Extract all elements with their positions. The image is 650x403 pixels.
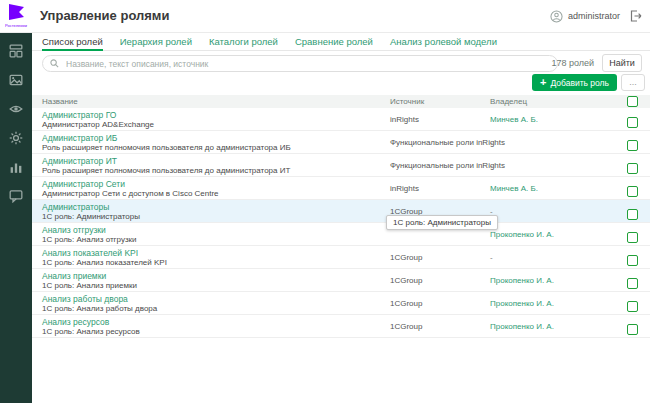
role-management-app: Ростелеком Управление ролями administrat… bbox=[0, 0, 650, 403]
table-body: Администратор ГО Администратор AD&Exchan… bbox=[32, 108, 650, 338]
role-source: 1СGroup bbox=[390, 253, 422, 262]
image-icon[interactable] bbox=[9, 73, 23, 87]
table-row: Администратор ГО Администратор AD&Exchan… bbox=[32, 108, 650, 131]
role-name-link[interactable]: Администратор ИБ bbox=[42, 133, 117, 143]
tab-role-comparison[interactable]: Сравнение ролей bbox=[295, 32, 373, 50]
svg-text:Ростелеком: Ростелеком bbox=[5, 23, 27, 28]
user-icon bbox=[550, 10, 563, 23]
more-actions-button[interactable]: ... bbox=[621, 74, 645, 91]
role-description: Администратор Сети с доступом в Cisco Ce… bbox=[42, 189, 219, 198]
role-owner-link: - bbox=[490, 253, 493, 262]
role-owner-link[interactable]: Минчев А. Б. bbox=[490, 184, 538, 193]
add-role-button[interactable]: + Добавить роль bbox=[532, 74, 617, 91]
rostelecom-flag-icon: Ростелеком bbox=[3, 2, 29, 30]
column-header-source: Источник bbox=[390, 95, 424, 108]
role-source: Функциональные роли inRights bbox=[390, 161, 505, 170]
roles-count: 178 ролей bbox=[551, 55, 594, 72]
row-checkbox[interactable] bbox=[627, 232, 638, 243]
role-description: 1С роль: Анализ ресурсов bbox=[42, 327, 140, 336]
select-all-checkbox[interactable] bbox=[627, 96, 638, 107]
table-row: Администратор ИТ Роль расширяет полномоч… bbox=[32, 154, 650, 177]
description-tooltip: 1С роль: Администраторы bbox=[386, 215, 498, 230]
row-checkbox[interactable] bbox=[627, 186, 638, 197]
logout-button[interactable] bbox=[629, 9, 643, 26]
page-title: Управление ролями bbox=[40, 0, 169, 32]
user-menu[interactable]: administrator bbox=[550, 0, 620, 32]
search-input[interactable] bbox=[64, 58, 550, 70]
role-owner-link[interactable]: Прокопенко И. А. bbox=[490, 322, 554, 331]
plus-icon: + bbox=[540, 77, 546, 88]
table-row: Администраторы 1С роль: Администраторы 1… bbox=[32, 200, 650, 223]
role-description: Роль расширяет полномочия пользователя д… bbox=[42, 143, 291, 152]
table-row: Анализ работы двора 1С роль: Анализ рабо… bbox=[32, 292, 650, 315]
role-source: 1СGroup bbox=[390, 322, 422, 331]
tab-bar: Список ролей Иерархия ролей Каталоги рол… bbox=[32, 32, 650, 51]
role-name-link[interactable]: Администратор Сети bbox=[42, 179, 125, 189]
column-header-owner: Владелец bbox=[490, 95, 527, 108]
gear-icon[interactable] bbox=[9, 131, 23, 145]
role-description: Администратор AD&Exchange bbox=[42, 120, 154, 129]
find-button[interactable]: Найти bbox=[602, 54, 642, 72]
chart-icon[interactable] bbox=[9, 160, 23, 174]
role-description: 1С роль: Анализ приемки bbox=[42, 281, 137, 290]
role-owner-link: - bbox=[490, 138, 493, 147]
search-box bbox=[42, 55, 558, 72]
row-checkbox[interactable] bbox=[627, 255, 638, 266]
table-row: Анализ отгрузки 1С роль: Анализ отгрузки… bbox=[32, 223, 650, 246]
dashboard-icon[interactable] bbox=[9, 44, 23, 58]
row-checkbox[interactable] bbox=[627, 278, 638, 289]
user-name: administrator bbox=[568, 11, 620, 21]
row-checkbox[interactable] bbox=[627, 209, 638, 220]
table-row: Анализ ресурсов 1С роль: Анализ ресурсов… bbox=[32, 315, 650, 338]
row-checkbox[interactable] bbox=[627, 301, 638, 312]
row-checkbox[interactable] bbox=[627, 140, 638, 151]
table-row: Анализ показателей KPI 1С роль: Анализ п… bbox=[32, 246, 650, 269]
tab-role-catalogs[interactable]: Каталоги ролей bbox=[209, 32, 278, 50]
tab-role-model-analysis[interactable]: Анализ ролевой модели bbox=[390, 32, 497, 50]
table-row: Анализ приемки 1С роль: Анализ приемки 1… bbox=[32, 269, 650, 292]
role-owner-link[interactable]: Прокопенко И. А. bbox=[490, 276, 554, 285]
role-description: 1С роль: Администраторы bbox=[42, 212, 140, 221]
row-checkbox[interactable] bbox=[627, 324, 638, 335]
column-header-name: Название bbox=[42, 95, 78, 108]
rostelecom-logo: Ростелеком bbox=[0, 0, 32, 32]
role-description: Роль расширяет полномочия пользователя д… bbox=[42, 166, 290, 175]
role-description: 1С роль: Анализ отгрузки bbox=[42, 235, 137, 244]
role-description: 1С роль: Анализ работы двора bbox=[42, 304, 157, 313]
row-checkbox[interactable] bbox=[627, 117, 638, 128]
logout-icon bbox=[629, 9, 643, 23]
role-name-link[interactable]: Анализ отгрузки bbox=[42, 225, 106, 235]
role-owner-link[interactable]: Прокопенко И. А. bbox=[490, 299, 554, 308]
role-name-link[interactable]: Администратор ГО bbox=[42, 110, 116, 120]
role-source: 1СGroup bbox=[390, 276, 422, 285]
role-name-link[interactable]: Анализ показателей KPI bbox=[42, 248, 138, 258]
role-source: inRights bbox=[390, 184, 419, 193]
role-source: inRights bbox=[390, 115, 419, 124]
role-owner-link[interactable]: Минчев А. Б. bbox=[490, 115, 538, 124]
role-name-link[interactable]: Администраторы bbox=[42, 202, 109, 212]
feedback-icon[interactable] bbox=[9, 189, 23, 203]
tab-role-hierarchy[interactable]: Иерархия ролей bbox=[120, 32, 192, 50]
search-icon bbox=[50, 59, 59, 68]
role-owner-link: - bbox=[490, 161, 493, 170]
sidebar bbox=[0, 32, 32, 403]
top-bar: Ростелеком Управление ролями administrat… bbox=[0, 0, 650, 33]
table-header: Название Источник Владелец bbox=[32, 95, 650, 108]
role-name-link[interactable]: Анализ ресурсов bbox=[42, 317, 109, 327]
tab-role-list[interactable]: Список ролей bbox=[42, 32, 103, 50]
role-name-link[interactable]: Анализ приемки bbox=[42, 271, 106, 281]
role-source: Функциональные роли inRights bbox=[390, 138, 505, 147]
eye-icon[interactable] bbox=[9, 102, 23, 116]
table-row: Администратор ИБ Роль расширяет полномоч… bbox=[32, 131, 650, 154]
role-description: 1С роль: Анализ показателей KPI bbox=[42, 258, 167, 267]
role-name-link[interactable]: Администратор ИТ bbox=[42, 156, 117, 166]
table-row: Администратор Сети Администратор Сети с … bbox=[32, 177, 650, 200]
row-checkbox[interactable] bbox=[627, 163, 638, 174]
role-source: 1СGroup bbox=[390, 299, 422, 308]
add-role-label: Добавить роль bbox=[550, 78, 609, 88]
role-owner-link[interactable]: Прокопенко И. А. bbox=[490, 230, 554, 239]
role-name-link[interactable]: Анализ работы двора bbox=[42, 294, 128, 304]
